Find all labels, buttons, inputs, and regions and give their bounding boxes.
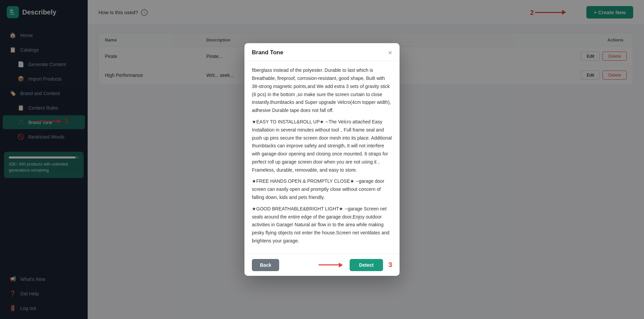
modal: Brand Tone × fiberglass instead of the p… <box>244 43 400 276</box>
modal-overlay[interactable]: Brand Tone × fiberglass instead of the p… <box>0 0 644 319</box>
modal-footer: Back Detect 3 <box>244 254 400 276</box>
annotation-3-label: 3 <box>388 261 392 269</box>
modal-body-text: fiberglass instead of the polyester. Dur… <box>252 66 392 245</box>
modal-title: Brand Tone <box>252 49 283 56</box>
modal-header: Brand Tone × <box>244 43 400 61</box>
back-button[interactable]: Back <box>252 259 279 271</box>
modal-body[interactable]: fiberglass instead of the polyester. Dur… <box>244 61 400 254</box>
detect-button[interactable]: Detect <box>350 259 383 271</box>
annotation-3 <box>319 263 343 267</box>
modal-close-button[interactable]: × <box>388 49 392 56</box>
